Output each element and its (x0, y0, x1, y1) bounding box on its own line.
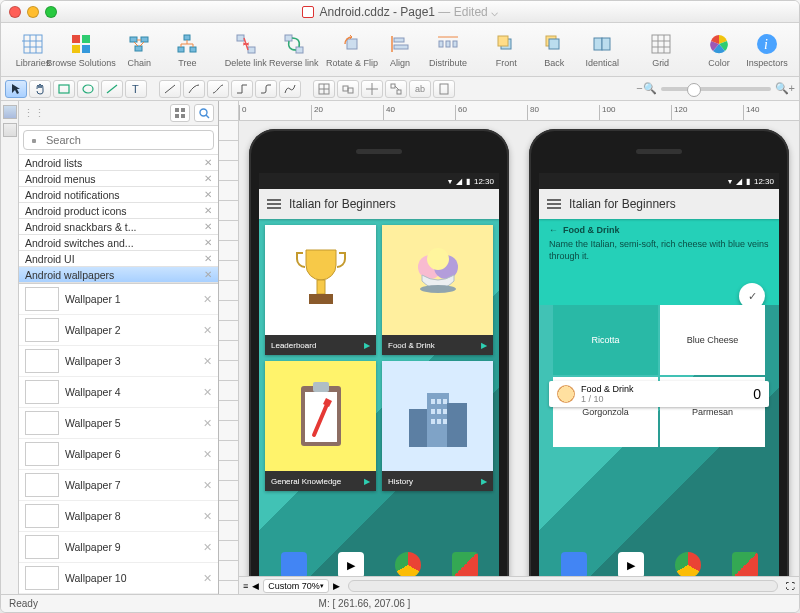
category-close-icon[interactable]: ✕ (204, 173, 212, 184)
dock-chrome-icon[interactable] (395, 552, 421, 576)
library-item-close-icon[interactable]: ✕ (203, 541, 212, 554)
toolbar-revlink-button[interactable]: Reverse link (272, 32, 316, 68)
chevron-down-icon[interactable]: ⌵ (491, 5, 498, 19)
library-item-close-icon[interactable]: ✕ (203, 572, 212, 585)
home-card[interactable]: General Knowledge▶ (265, 361, 376, 491)
connector-bezier[interactable] (207, 80, 229, 98)
toolbar-front-button[interactable]: Front (484, 32, 528, 68)
toolbar-chain-button[interactable]: Chain (117, 32, 161, 68)
library-item-close-icon[interactable]: ✕ (203, 448, 212, 461)
snap-guides-tool[interactable] (361, 80, 383, 98)
home-card[interactable]: Leaderboard▶ (265, 225, 376, 355)
back-arrow-icon[interactable]: ← (549, 225, 558, 235)
rect-tool[interactable] (53, 80, 75, 98)
search-input[interactable] (23, 130, 214, 150)
window-close-button[interactable] (9, 6, 21, 18)
zoom-dropdown[interactable]: Custom 70% ▾ (263, 579, 329, 593)
text-tool[interactable]: T (125, 80, 147, 98)
category-item[interactable]: Android snackbars & t...✕ (19, 219, 218, 235)
canvas[interactable]: ▾ ◢ ▮ 12:30 Italian for Beginners Leader… (239, 121, 799, 576)
library-item[interactable]: Wallpaper 5✕ (19, 408, 218, 439)
dock-chrome-icon[interactable] (675, 552, 701, 576)
zoom-slider[interactable] (661, 87, 771, 91)
toolbar-color-button[interactable]: Color (697, 32, 741, 68)
window-zoom-button[interactable] (45, 6, 57, 18)
toolbar-browse-button[interactable]: Browse Solutions (59, 32, 103, 68)
library-item[interactable]: Wallpaper 4✕ (19, 377, 218, 408)
dock-docs-icon[interactable] (561, 552, 587, 576)
category-item[interactable]: Android lists✕ (19, 155, 218, 171)
search-toggle-icon[interactable] (194, 104, 214, 122)
zoom-in-icon[interactable]: 🔍+ (775, 82, 795, 95)
category-close-icon[interactable]: ✕ (204, 189, 212, 200)
library-item-close-icon[interactable]: ✕ (203, 510, 212, 523)
category-close-icon[interactable]: ✕ (204, 221, 212, 232)
category-item[interactable]: Android UI✕ (19, 251, 218, 267)
play-icon[interactable]: ▶ (481, 341, 487, 350)
toolbar-back-button[interactable]: Back (532, 32, 576, 68)
toolbar-rotate-button[interactable]: Rotate & Flip (330, 32, 374, 68)
snap-text-tool[interactable]: ab (409, 80, 431, 98)
library-item[interactable]: Wallpaper 7✕ (19, 470, 218, 501)
connector-smart[interactable] (231, 80, 253, 98)
hand-tool[interactable] (29, 80, 51, 98)
connector-arc[interactable] (183, 80, 205, 98)
window-minimize-button[interactable] (27, 6, 39, 18)
strip-icon[interactable] (3, 105, 17, 119)
library-item-close-icon[interactable]: ✕ (203, 479, 212, 492)
connector-direct[interactable] (159, 80, 181, 98)
category-close-icon[interactable]: ✕ (204, 269, 212, 280)
dock-play-icon[interactable]: ▶ (618, 552, 644, 576)
play-icon[interactable]: ▶ (481, 477, 487, 486)
category-close-icon[interactable]: ✕ (204, 205, 212, 216)
category-item[interactable]: Android menus✕ (19, 171, 218, 187)
toolbar-dellink-button[interactable]: Delete link (224, 32, 268, 68)
horizontal-scrollbar[interactable] (348, 580, 778, 592)
library-item[interactable]: Wallpaper 2✕ (19, 315, 218, 346)
home-card[interactable]: Food & Drink▶ (382, 225, 493, 355)
hamburger-icon[interactable] (547, 199, 561, 209)
library-item[interactable]: Wallpaper 1✕ (19, 284, 218, 315)
snap-object-tool[interactable] (337, 80, 359, 98)
dock-play-icon[interactable]: ▶ (338, 552, 364, 576)
dock-docs-icon[interactable] (281, 552, 307, 576)
library-item[interactable]: Wallpaper 6✕ (19, 439, 218, 470)
toolbar-distribute-button[interactable]: Distribute (426, 32, 470, 68)
connector-spline[interactable] (279, 80, 301, 98)
library-item-close-icon[interactable]: ✕ (203, 355, 212, 368)
page-nav-next[interactable]: ▶ (333, 581, 340, 591)
view-grid-icon[interactable] (170, 104, 190, 122)
library-item[interactable]: Wallpaper 9✕ (19, 532, 218, 563)
category-close-icon[interactable]: ✕ (204, 157, 212, 168)
toolbar-tree-button[interactable]: Tree (165, 32, 209, 68)
connector-round[interactable] (255, 80, 277, 98)
library-item-close-icon[interactable]: ✕ (203, 324, 212, 337)
library-item[interactable]: Wallpaper 3✕ (19, 346, 218, 377)
presentation-icon[interactable]: ⛶ (786, 581, 795, 591)
play-icon[interactable]: ▶ (364, 341, 370, 350)
zoom-out-icon[interactable]: −🔍 (636, 82, 656, 95)
dock-maps-icon[interactable] (452, 552, 478, 576)
toolbar-align-button[interactable]: Align (378, 32, 422, 68)
snap-grid-tool[interactable] (313, 80, 335, 98)
category-item[interactable]: Android switches and...✕ (19, 235, 218, 251)
page-nav-prev[interactable]: ◀ (252, 581, 259, 591)
library-item-close-icon[interactable]: ✕ (203, 293, 212, 306)
category-close-icon[interactable]: ✕ (204, 253, 212, 264)
toolbar-grid-button[interactable]: Grid (639, 32, 683, 68)
category-item[interactable]: Android product icons✕ (19, 203, 218, 219)
library-item[interactable]: Wallpaper 8✕ (19, 501, 218, 532)
pointer-tool[interactable] (5, 80, 27, 98)
toolbar-identical-button[interactable]: Identical (580, 32, 624, 68)
phone-mockup-right[interactable]: ▾ ◢ ▮ 12:30 Italian for Beginners ← Food… (529, 129, 789, 576)
library-item-close-icon[interactable]: ✕ (203, 417, 212, 430)
hamburger-icon[interactable] (267, 199, 281, 209)
snap-connector-tool[interactable] (385, 80, 407, 98)
play-icon[interactable]: ▶ (364, 477, 370, 486)
strip-icon[interactable] (3, 123, 17, 137)
line-tool[interactable] (101, 80, 123, 98)
quiz-answer[interactable]: Blue Cheese (660, 305, 765, 375)
dock-maps-icon[interactable] (732, 552, 758, 576)
toolbar-inspectors-button[interactable]: iInspectors (745, 32, 789, 68)
ellipse-tool[interactable] (77, 80, 99, 98)
